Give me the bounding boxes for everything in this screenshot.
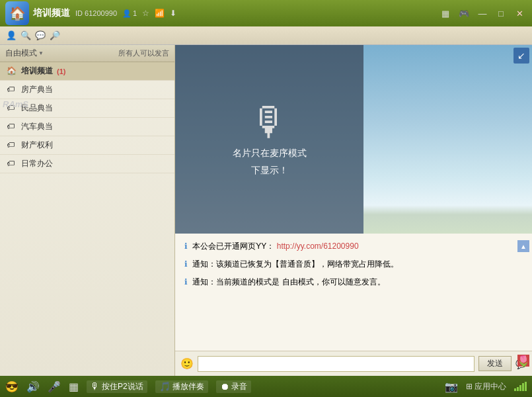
tag-icon-2: 🏷	[7, 122, 17, 132]
download-icon: ⬇	[170, 9, 176, 18]
sidebar-item-label: 房产典当	[21, 84, 53, 95]
msg-text-2: 通知：当前频道的模式是 自由模式，你可以随意发言。	[192, 277, 385, 287]
sidebar-item-label: 财产权利	[21, 140, 53, 151]
sidebar-item-realestate[interactable]: 🏷 房产典当	[0, 81, 174, 99]
bottom-bar: 😎 🔊 🎤 ▦ 🎙 按住P2说话 🎵 播放伴奏 ⏺ 录音 📷 ⊞ 应用中心	[0, 376, 532, 397]
scroll-up-button[interactable]: ▲	[517, 240, 529, 252]
magnify-icon[interactable]: 🔎	[49, 30, 61, 42]
channel-list: 🏠 培训频道 (1) 🏷 房产典当 🏷 民品典当 🏷 汽车典当 🏷 财产权利	[0, 62, 174, 376]
chat-message-2: ℹ 通知：当前频道的模式是 自由模式，你可以随意发言。	[184, 276, 523, 288]
video-area: 🎙 名片只在麦序模式 下显示！ ↙	[175, 45, 532, 234]
maximize-button[interactable]: □	[494, 6, 508, 21]
signal-bar-1	[514, 388, 516, 391]
record-icon: ⏺	[220, 381, 229, 392]
music-play-button[interactable]: 🎵 播放伴奏	[155, 380, 208, 393]
sidebar-item-goods[interactable]: 🏷 民品典当	[0, 99, 174, 118]
signal-bar-5	[525, 382, 527, 391]
toolbar-icons: 👤 🔍 💬 🔎	[5, 30, 61, 42]
window-controls: ▦ 🎮 — □ ✕	[438, 6, 527, 21]
volume-icon[interactable]: 🔊	[26, 380, 40, 393]
sidebar-item-training[interactable]: 🏠 培训频道 (1)	[0, 62, 174, 81]
close-button[interactable]: ✕	[512, 6, 527, 21]
gamepad-icon[interactable]: 🎮	[457, 6, 471, 21]
mode-label: 自由模式	[5, 48, 37, 59]
msg-text-before-0: 本公会已开通网页YY：	[192, 242, 274, 251]
toolbar-bar: 👤 🔍 💬 🔎	[0, 26, 532, 45]
emoji-picker-button[interactable]: 🙂	[180, 357, 194, 370]
card-display-area: 🎙 名片只在麦序模式 下显示！	[175, 45, 363, 234]
music-label: 播放伴奏	[172, 381, 204, 392]
apps-grid-icon: ⊞	[466, 382, 473, 391]
channel-link[interactable]: http://yy.com/61200990	[277, 242, 359, 251]
content-area: 🎙 名片只在麦序模式 下显示！ ↙ ℹ 本公会已开通网页YY： http://y…	[175, 45, 532, 376]
equalizer-icon: ▦	[69, 380, 79, 393]
signal-bar-3	[519, 385, 521, 391]
sidebar-item-property[interactable]: 🏷 财产权利	[0, 136, 174, 155]
tag-icon-4: 🏷	[7, 159, 17, 169]
sidebar-item-car[interactable]: 🏷 汽车典当	[0, 118, 174, 136]
chat-bubble-icon[interactable]: 💬	[34, 30, 46, 42]
chat-input-bar: 🙂 发送 💬	[175, 351, 532, 376]
info-icon-1: ℹ	[184, 259, 188, 269]
app-center-label: 应用中心	[475, 381, 506, 392]
mode-dropdown[interactable]: 自由模式 ▼	[5, 48, 44, 59]
sidebar-item-label: 日常办公	[21, 158, 53, 169]
info-icon-2: ℹ	[184, 277, 188, 287]
scroll-down-button[interactable]: 🌷	[517, 355, 529, 367]
home-icon: 🏠	[9, 5, 26, 21]
sea-background	[363, 45, 532, 234]
grid-icon[interactable]: ▦	[438, 6, 453, 21]
user-icon: 👤	[122, 9, 132, 18]
p2p-icon: 🎙	[91, 381, 100, 392]
app-center-button[interactable]: ⊞ 应用中心	[466, 381, 506, 392]
signal-bar-4	[522, 383, 524, 391]
channel-name: 培训频道	[33, 7, 70, 19]
channel-info: 培训频道 ID 61200990 👤 1 ☆ 📶 ⬇	[33, 7, 434, 19]
msg-text-1: 通知：该频道已恢复为【普通音质】，网络带宽占用降低。	[192, 259, 399, 269]
chat-message-1: ℹ 通知：该频道已恢复为【普通音质】，网络带宽占用降低。	[184, 258, 523, 271]
record-button[interactable]: ⏺ 录音	[216, 380, 251, 393]
music-icon: 🎵	[159, 381, 171, 392]
face-emoji: 😎	[5, 380, 19, 393]
mode-arrow-icon: ▼	[38, 50, 44, 56]
p2p-label: 按住P2说话	[102, 381, 143, 392]
mic-button[interactable]: 🎤	[48, 380, 61, 393]
signal-bar-2	[517, 387, 519, 391]
minimize-button[interactable]: —	[475, 6, 490, 21]
top-bar: 🏠 培训频道 ID 61200990 👤 1 ☆ 📶 ⬇ ▦ 🎮 — □ ✕	[0, 0, 532, 26]
user-count: 👤 1	[122, 9, 137, 18]
bars-icon[interactable]: ▦	[69, 380, 79, 393]
app-logo[interactable]: 🏠	[5, 1, 29, 25]
sidebar-item-label: 汽车典当	[21, 121, 53, 132]
signal-icon: 📶	[155, 9, 165, 18]
user-profile-icon[interactable]: 👤	[5, 30, 17, 42]
speak-permission: 所有人可以发言	[118, 48, 169, 58]
face-icon[interactable]: 😎	[5, 380, 19, 393]
sidebar-item-office[interactable]: 🏷 日常办公	[0, 155, 174, 173]
send-button[interactable]: 发送	[478, 356, 512, 371]
mic-large-icon: 🎙	[250, 103, 289, 142]
sidebar-item-badge: (1)	[57, 67, 65, 75]
expand-button[interactable]: ↙	[513, 48, 529, 64]
channel-id: ID 61200990	[75, 9, 117, 17]
sidebar: 自由模式 ▼ 所有人可以发言 🏠 培训频道 (1) 🏷 房产典当 🏷 民品典当 …	[0, 45, 175, 376]
main-layout: 自由模式 ▼ 所有人可以发言 🏠 培训频道 (1) 🏷 房产典当 🏷 民品典当 …	[0, 45, 532, 376]
chat-input[interactable]	[198, 356, 475, 372]
chat-message-0: ℹ 本公会已开通网页YY： http://yy.com/61200990	[184, 240, 523, 253]
camera-button[interactable]: 📷	[445, 380, 458, 393]
tag-icon-1: 🏷	[7, 103, 17, 114]
sidebar-item-label: 培训频道	[21, 66, 53, 77]
card-text-line2: 下显示！	[251, 165, 288, 177]
star-icon[interactable]: ☆	[142, 9, 149, 18]
p2p-talk-button[interactable]: 🎙 按住P2说话	[87, 380, 147, 393]
search-icon[interactable]: 🔍	[20, 30, 32, 42]
card-text-line1: 名片只在麦序模式	[233, 148, 307, 159]
tag-icon-3: 🏷	[7, 140, 17, 151]
microphone-icon: 🎤	[48, 380, 61, 393]
sidebar-item-label: 民品典当	[21, 103, 53, 114]
info-icon-0: ℹ	[184, 242, 188, 251]
speaker-icon: 🔊	[26, 380, 40, 393]
chat-area: ℹ 本公会已开通网页YY： http://yy.com/61200990 ℹ 通…	[175, 234, 532, 376]
record-label: 录音	[231, 381, 247, 392]
camera-icon: 📷	[445, 380, 458, 393]
